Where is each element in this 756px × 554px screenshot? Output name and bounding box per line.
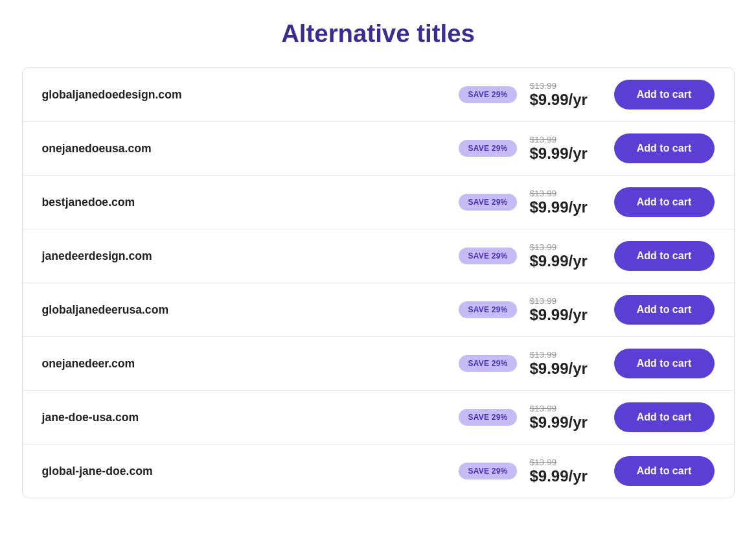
save-badge: SAVE 29% xyxy=(459,194,516,211)
save-badge: SAVE 29% xyxy=(459,463,516,479)
domain-name: jane-doe-usa.com xyxy=(42,411,446,424)
domain-row: bestjanedoe.com SAVE 29% $13.99 $9.99/yr… xyxy=(23,176,734,229)
original-price: $13.99 xyxy=(530,457,557,467)
sale-price: $9.99/yr xyxy=(530,144,588,163)
domain-row: jane-doe-usa.com SAVE 29% $13.99 $9.99/y… xyxy=(23,391,734,444)
domain-name: janedeerdesign.com xyxy=(42,249,446,263)
save-badge: SAVE 29% xyxy=(459,355,516,372)
original-price: $13.99 xyxy=(530,135,557,144)
price-block: $13.99 $9.99/yr xyxy=(530,404,601,432)
original-price: $13.99 xyxy=(530,404,557,413)
price-block: $13.99 $9.99/yr xyxy=(530,135,601,163)
price-block: $13.99 $9.99/yr xyxy=(530,189,601,216)
domain-row: onejanedeer.com SAVE 29% $13.99 $9.99/yr… xyxy=(23,337,734,391)
domain-row: globaljanedoedesign.com SAVE 29% $13.99 … xyxy=(23,68,734,122)
original-price: $13.99 xyxy=(530,81,557,91)
add-to-cart-button[interactable]: Add to cart xyxy=(614,456,715,486)
price-block: $13.99 $9.99/yr xyxy=(530,242,601,270)
price-block: $13.99 $9.99/yr xyxy=(530,350,601,378)
price-block: $13.99 $9.99/yr xyxy=(530,81,601,109)
add-to-cart-button[interactable]: Add to cart xyxy=(614,187,715,217)
sale-price: $9.99/yr xyxy=(530,306,588,324)
add-to-cart-button[interactable]: Add to cart xyxy=(614,295,715,325)
save-badge: SAVE 29% xyxy=(459,86,516,103)
original-price: $13.99 xyxy=(530,189,557,198)
domain-name: global-jane-doe.com xyxy=(42,465,446,478)
price-block: $13.99 $9.99/yr xyxy=(530,457,601,485)
save-badge: SAVE 29% xyxy=(459,409,516,426)
add-to-cart-button[interactable]: Add to cart xyxy=(614,349,715,378)
sale-price: $9.99/yr xyxy=(530,413,588,432)
domain-row: onejanedoeusa.com SAVE 29% $13.99 $9.99/… xyxy=(23,122,734,176)
domain-list: globaljanedoedesign.com SAVE 29% $13.99 … xyxy=(22,67,735,498)
sale-price: $9.99/yr xyxy=(530,467,588,485)
domain-name: bestjanedoe.com xyxy=(42,196,446,209)
add-to-cart-button[interactable]: Add to cart xyxy=(614,133,715,163)
original-price: $13.99 xyxy=(530,296,557,306)
domain-name: globaljanedoedesign.com xyxy=(42,88,446,102)
add-to-cart-button[interactable]: Add to cart xyxy=(614,241,715,271)
domain-name: onejanedeer.com xyxy=(42,357,446,371)
save-badge: SAVE 29% xyxy=(459,248,516,264)
sale-price: $9.99/yr xyxy=(530,198,588,216)
domain-name: onejanedoeusa.com xyxy=(42,142,446,156)
domain-row: global-jane-doe.com SAVE 29% $13.99 $9.9… xyxy=(23,444,734,498)
sale-price: $9.99/yr xyxy=(530,252,588,270)
domain-row: globaljanedeerusa.com SAVE 29% $13.99 $9… xyxy=(23,283,734,337)
save-badge: SAVE 29% xyxy=(459,301,516,318)
original-price: $13.99 xyxy=(530,242,557,252)
add-to-cart-button[interactable]: Add to cart xyxy=(614,80,715,110)
domain-row: janedeerdesign.com SAVE 29% $13.99 $9.99… xyxy=(23,229,734,283)
save-badge: SAVE 29% xyxy=(459,140,516,157)
page-title: Alternative titles xyxy=(281,19,475,48)
add-to-cart-button[interactable]: Add to cart xyxy=(614,402,715,432)
domain-name: globaljanedeerusa.com xyxy=(42,303,446,317)
sale-price: $9.99/yr xyxy=(530,360,588,378)
sale-price: $9.99/yr xyxy=(530,91,588,109)
original-price: $13.99 xyxy=(530,350,557,360)
price-block: $13.99 $9.99/yr xyxy=(530,296,601,324)
